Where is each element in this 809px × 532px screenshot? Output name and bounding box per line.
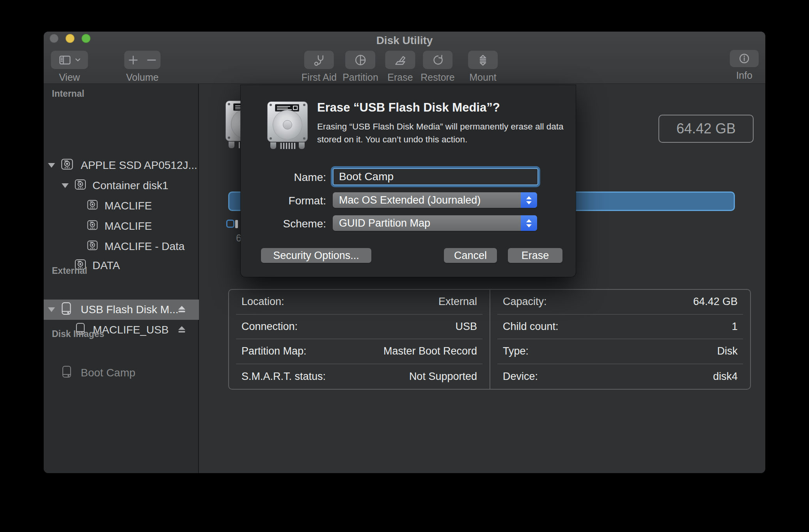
info-button[interactable]	[730, 50, 759, 67]
info-value: Master Boot Record	[383, 345, 477, 357]
format-dropdown[interactable]: Mac OS Extended (Journaled)	[333, 192, 537, 208]
format-field-label: Format:	[241, 195, 326, 207]
stethoscope-icon	[313, 54, 325, 66]
toolbar-group-view: View	[51, 51, 88, 83]
sidebar-item-boot-camp[interactable]: Boot Camp	[44, 363, 199, 383]
sidebar-item-label: MACLIFE	[105, 220, 152, 232]
disk-utility-window: Disk Utility View	[44, 32, 765, 473]
table-row: Partition Map:Master Boot Record	[236, 339, 483, 364]
scheme-selected-value: GUID Partition Map	[339, 217, 430, 229]
volume-icon	[87, 239, 98, 254]
erase-button[interactable]: Erase	[508, 248, 562, 263]
sidebar-item-label: Boot Camp	[81, 367, 135, 379]
legend-size-fragment: 6	[236, 232, 241, 244]
eject-icon[interactable]	[177, 303, 186, 316]
info-value: Not Supported	[409, 371, 477, 383]
disk-image-icon	[61, 365, 72, 381]
sidebar-view-icon	[58, 54, 71, 66]
erase-label: Erase	[387, 72, 413, 83]
sidebar-item-container-disk1[interactable]: Container disk1	[44, 176, 199, 196]
sidebar-item-usb-flash-disk[interactable]: USB Flash Disk M...	[44, 300, 199, 320]
security-options-button[interactable]: Security Options...	[261, 248, 371, 263]
scheme-dropdown[interactable]: GUID Partition Map	[333, 215, 537, 231]
info-label: S.M.A.R.T. status:	[241, 371, 326, 383]
eraser-icon	[394, 54, 407, 66]
toolbar-group-partition: Partition	[342, 51, 378, 83]
info-value: External	[438, 296, 477, 308]
add-volume-button[interactable]	[124, 51, 142, 69]
toolbar-group-volume: Volume	[124, 51, 161, 83]
table-row: Child count:1	[497, 315, 743, 340]
sidebar-item-apple-ssd[interactable]: APPLE SSD AP0512J...	[44, 155, 199, 176]
undo-arrow-icon	[431, 54, 444, 66]
name-field-label: Name:	[241, 171, 326, 184]
table-row: Location:External	[236, 290, 483, 315]
info-label: Capacity:	[503, 296, 547, 308]
dropdown-stepper-icon	[521, 215, 537, 231]
disclosure-triangle-icon[interactable]	[48, 163, 55, 168]
info-value: 64.42 GB	[693, 296, 738, 308]
volume-usage-bar-right	[576, 192, 735, 211]
info-value: USB	[455, 321, 477, 333]
restore-button[interactable]	[423, 51, 452, 69]
info-label: Device:	[503, 371, 538, 383]
scheme-field-label: Scheme:	[241, 218, 326, 230]
info-table-right-column: Capacity:64.42 GB Child count:1 Type:Dis…	[490, 290, 750, 389]
disk-info-table: Location:External Connection:USB Partiti…	[228, 289, 751, 390]
sidebar-item-label: USB Flash Disk M...	[81, 303, 178, 316]
dialog-description: Erasing “USB Flash Disk Media” will perm…	[317, 120, 571, 146]
sidebar: Internal APPLE SSD AP0512J... Container …	[44, 84, 199, 473]
info-value: disk4	[713, 371, 738, 383]
capacity-badge: 64.42 GB	[658, 115, 754, 143]
background-disk-icon	[225, 101, 241, 149]
sidebar-item-label: APPLE SSD AP0512J...	[81, 159, 197, 172]
info-value: Disk	[717, 345, 738, 357]
sidebar-section-external: External	[52, 266, 87, 276]
sidebar-item-maclife-1[interactable]: MACLIFE	[44, 196, 199, 216]
dialog-title: Erase “USB Flash Disk Media”?	[317, 101, 500, 115]
remove-volume-button[interactable]	[143, 51, 161, 69]
info-label: Location:	[241, 296, 284, 308]
volume-icon	[87, 199, 98, 213]
cancel-button[interactable]: Cancel	[444, 248, 497, 263]
view-label: View	[59, 72, 80, 83]
legend-text-fragment	[235, 220, 238, 228]
format-selected-value: Mac OS Extended (Journaled)	[339, 194, 481, 206]
mount-button[interactable]	[468, 51, 498, 69]
sidebar-item-label: DATA	[92, 259, 120, 272]
eject-icon[interactable]	[177, 324, 186, 336]
sidebar-item-label: MACLIFE	[105, 200, 152, 212]
toolbar-group-mount: Mount	[468, 51, 498, 83]
desktop-background: Disk Utility View	[0, 0, 809, 532]
plus-icon	[128, 55, 139, 66]
dialog-disk-icon	[267, 101, 308, 149]
info-label: Partition Map:	[241, 345, 307, 357]
restore-label: Restore	[420, 72, 455, 83]
table-row: Connection:USB	[236, 315, 483, 340]
volume-usage-bar-left	[228, 192, 241, 211]
first-aid-label: First Aid	[302, 72, 337, 83]
info-label: Info	[736, 70, 752, 81]
disclosure-triangle-icon[interactable]	[48, 307, 55, 312]
internal-disk-icon	[74, 178, 87, 193]
info-label: Type:	[503, 345, 529, 357]
info-circle-icon	[738, 52, 750, 65]
disclosure-triangle-icon[interactable]	[62, 183, 69, 188]
sidebar-item-maclife-data[interactable]: MACLIFE - Data	[44, 236, 199, 257]
sidebar-item-maclife-2[interactable]: MACLIFE	[44, 216, 199, 236]
titlebar-toolbar: Disk Utility View	[44, 32, 765, 84]
table-row: S.M.A.R.T. status:Not Supported	[236, 364, 483, 389]
first-aid-button[interactable]	[304, 51, 334, 69]
toolbar-group-erase: Erase	[385, 51, 415, 83]
info-table-left-column: Location:External Connection:USB Partiti…	[229, 290, 490, 389]
partition-button[interactable]	[346, 51, 376, 69]
table-row: Capacity:64.42 GB	[497, 290, 743, 315]
chevron-down-icon	[75, 58, 81, 62]
info-label: Connection:	[241, 321, 298, 333]
name-input[interactable]	[333, 168, 538, 185]
erase-button-toolbar[interactable]	[385, 51, 415, 69]
view-button[interactable]	[51, 51, 88, 69]
partition-label: Partition	[342, 72, 378, 83]
legend-swatch	[226, 220, 234, 228]
window-title: Disk Utility	[44, 34, 765, 47]
